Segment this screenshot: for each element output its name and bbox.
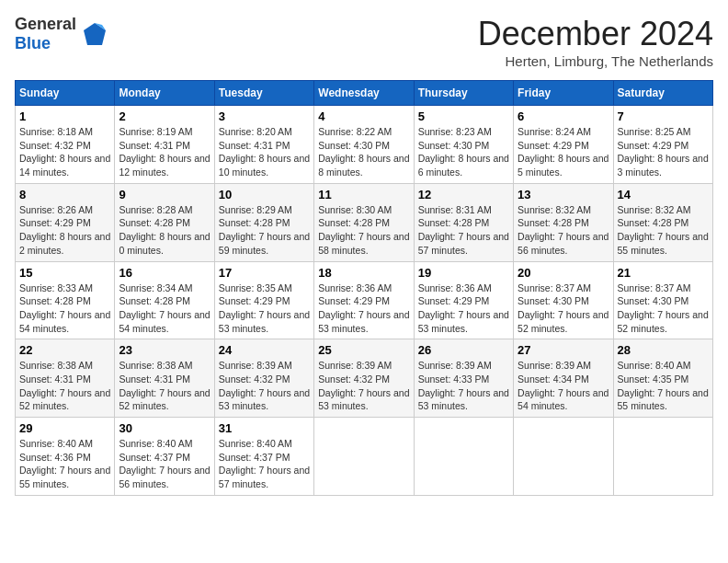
calendar-table: SundayMondayTuesdayWednesdayThursdayFrid… [15, 80, 713, 496]
calendar-cell: 19 Sunrise: 8:36 AM Sunset: 4:29 PM Dayl… [414, 261, 513, 339]
calendar-cell: 30 Sunrise: 8:40 AM Sunset: 4:37 PM Dayl… [115, 418, 214, 496]
day-info: Sunrise: 8:24 AM Sunset: 4:29 PM Dayligh… [518, 125, 609, 179]
day-number: 12 [418, 188, 509, 201]
day-number: 6 [518, 109, 609, 123]
day-number: 4 [318, 109, 409, 123]
calendar-cell: 25 Sunrise: 8:39 AM Sunset: 4:32 PM Dayl… [314, 339, 414, 418]
weekday-header-wednesday: Wednesday [314, 81, 414, 106]
calendar-cell: 17 Sunrise: 8:35 AM Sunset: 4:29 PM Dayl… [214, 261, 313, 339]
day-number: 30 [119, 421, 210, 435]
calendar-week-4: 22 Sunrise: 8:38 AM Sunset: 4:31 PM Dayl… [16, 339, 713, 418]
calendar-cell: 18 Sunrise: 8:36 AM Sunset: 4:29 PM Dayl… [314, 261, 414, 339]
day-number: 24 [219, 343, 310, 357]
calendar-cell [414, 418, 513, 496]
day-info: Sunrise: 8:37 AM Sunset: 4:30 PM Dayligh… [618, 282, 709, 336]
day-info: Sunrise: 8:36 AM Sunset: 4:29 PM Dayligh… [318, 282, 409, 336]
calendar-cell: 22 Sunrise: 8:38 AM Sunset: 4:31 PM Dayl… [16, 339, 115, 418]
day-info: Sunrise: 8:19 AM Sunset: 4:31 PM Dayligh… [119, 125, 210, 179]
logo-general: General [15, 15, 76, 33]
calendar-cell: 29 Sunrise: 8:40 AM Sunset: 4:36 PM Dayl… [16, 418, 115, 496]
day-info: Sunrise: 8:31 AM Sunset: 4:28 PM Dayligh… [418, 203, 509, 258]
day-number: 22 [19, 343, 110, 357]
day-info: Sunrise: 8:38 AM Sunset: 4:31 PM Dayligh… [119, 359, 210, 413]
day-number: 2 [119, 109, 210, 123]
day-number: 8 [19, 188, 110, 201]
calendar-cell: 21 Sunrise: 8:37 AM Sunset: 4:30 PM Dayl… [613, 261, 712, 339]
day-info: Sunrise: 8:20 AM Sunset: 4:31 PM Dayligh… [219, 125, 310, 179]
day-info: Sunrise: 8:33 AM Sunset: 4:28 PM Dayligh… [19, 282, 110, 336]
day-info: Sunrise: 8:34 AM Sunset: 4:28 PM Dayligh… [119, 282, 210, 336]
day-number: 19 [418, 266, 509, 280]
calendar-cell: 15 Sunrise: 8:33 AM Sunset: 4:28 PM Dayl… [16, 261, 115, 339]
calendar-cell: 14 Sunrise: 8:32 AM Sunset: 4:28 PM Dayl… [613, 183, 712, 261]
calendar-cell: 11 Sunrise: 8:30 AM Sunset: 4:28 PM Dayl… [314, 183, 414, 261]
day-info: Sunrise: 8:32 AM Sunset: 4:28 PM Dayligh… [518, 203, 609, 258]
logo-icon [80, 19, 109, 49]
day-number: 9 [119, 188, 210, 201]
day-number: 17 [219, 266, 310, 280]
day-info: Sunrise: 8:36 AM Sunset: 4:29 PM Dayligh… [418, 282, 509, 336]
calendar-cell: 13 Sunrise: 8:32 AM Sunset: 4:28 PM Dayl… [514, 183, 613, 261]
day-info: Sunrise: 8:40 AM Sunset: 4:37 PM Dayligh… [219, 437, 310, 491]
day-number: 16 [119, 266, 210, 280]
day-number: 27 [518, 343, 609, 357]
day-number: 14 [618, 188, 709, 201]
day-info: Sunrise: 8:25 AM Sunset: 4:29 PM Dayligh… [618, 125, 709, 179]
day-info: Sunrise: 8:18 AM Sunset: 4:32 PM Dayligh… [19, 125, 110, 179]
calendar-cell: 7 Sunrise: 8:25 AM Sunset: 4:29 PM Dayli… [613, 106, 712, 184]
calendar-week-3: 15 Sunrise: 8:33 AM Sunset: 4:28 PM Dayl… [16, 261, 713, 339]
weekday-header-row: SundayMondayTuesdayWednesdayThursdayFrid… [16, 81, 713, 106]
day-number: 10 [219, 188, 310, 201]
day-number: 15 [19, 266, 110, 280]
title-block: December 2024 Herten, Limburg, The Nethe… [478, 15, 713, 69]
day-number: 29 [19, 421, 110, 435]
day-info: Sunrise: 8:23 AM Sunset: 4:30 PM Dayligh… [418, 125, 509, 179]
day-info: Sunrise: 8:39 AM Sunset: 4:32 PM Dayligh… [219, 359, 310, 413]
day-number: 31 [219, 421, 310, 435]
day-info: Sunrise: 8:32 AM Sunset: 4:28 PM Dayligh… [618, 203, 709, 258]
day-number: 5 [418, 109, 509, 123]
calendar-cell [314, 418, 414, 496]
weekday-header-tuesday: Tuesday [214, 81, 313, 106]
weekday-header-sunday: Sunday [16, 81, 115, 106]
calendar-cell: 10 Sunrise: 8:29 AM Sunset: 4:28 PM Dayl… [214, 183, 313, 261]
calendar-cell: 31 Sunrise: 8:40 AM Sunset: 4:37 PM Dayl… [214, 418, 313, 496]
day-number: 18 [318, 266, 409, 280]
calendar-cell: 23 Sunrise: 8:38 AM Sunset: 4:31 PM Dayl… [115, 339, 214, 418]
day-info: Sunrise: 8:39 AM Sunset: 4:32 PM Dayligh… [318, 359, 409, 413]
page-header: General Blue December 2024 Herten, Limbu… [15, 15, 713, 69]
weekday-header-monday: Monday [115, 81, 214, 106]
day-number: 25 [318, 343, 409, 357]
day-info: Sunrise: 8:30 AM Sunset: 4:28 PM Dayligh… [318, 203, 409, 258]
weekday-header-saturday: Saturday [613, 81, 712, 106]
calendar-cell: 27 Sunrise: 8:39 AM Sunset: 4:34 PM Dayl… [514, 339, 613, 418]
day-info: Sunrise: 8:22 AM Sunset: 4:30 PM Dayligh… [318, 125, 409, 179]
day-number: 13 [518, 188, 609, 201]
calendar-cell [613, 418, 712, 496]
calendar-cell: 3 Sunrise: 8:20 AM Sunset: 4:31 PM Dayli… [214, 106, 313, 184]
calendar-cell: 8 Sunrise: 8:26 AM Sunset: 4:29 PM Dayli… [16, 183, 115, 261]
day-info: Sunrise: 8:28 AM Sunset: 4:28 PM Dayligh… [119, 203, 210, 258]
calendar-cell: 5 Sunrise: 8:23 AM Sunset: 4:30 PM Dayli… [414, 106, 513, 184]
day-info: Sunrise: 8:26 AM Sunset: 4:29 PM Dayligh… [19, 203, 110, 258]
weekday-header-friday: Friday [514, 81, 613, 106]
day-info: Sunrise: 8:39 AM Sunset: 4:33 PM Dayligh… [418, 359, 509, 413]
calendar-cell: 1 Sunrise: 8:18 AM Sunset: 4:32 PM Dayli… [16, 106, 115, 184]
calendar-week-5: 29 Sunrise: 8:40 AM Sunset: 4:36 PM Dayl… [16, 418, 713, 496]
calendar-cell: 9 Sunrise: 8:28 AM Sunset: 4:28 PM Dayli… [115, 183, 214, 261]
day-info: Sunrise: 8:29 AM Sunset: 4:28 PM Dayligh… [219, 203, 310, 258]
day-number: 7 [618, 109, 709, 123]
day-number: 3 [219, 109, 310, 123]
day-number: 23 [119, 343, 210, 357]
month-year-title: December 2024 [478, 15, 713, 53]
day-info: Sunrise: 8:38 AM Sunset: 4:31 PM Dayligh… [19, 359, 110, 413]
calendar-cell: 16 Sunrise: 8:34 AM Sunset: 4:28 PM Dayl… [115, 261, 214, 339]
calendar-cell: 4 Sunrise: 8:22 AM Sunset: 4:30 PM Dayli… [314, 106, 414, 184]
logo-blue: Blue [15, 34, 51, 52]
day-number: 26 [418, 343, 509, 357]
day-number: 1 [19, 109, 110, 123]
calendar-cell: 26 Sunrise: 8:39 AM Sunset: 4:33 PM Dayl… [414, 339, 513, 418]
day-info: Sunrise: 8:37 AM Sunset: 4:30 PM Dayligh… [518, 282, 609, 336]
location-subtitle: Herten, Limburg, The Netherlands [478, 53, 713, 69]
calendar-cell: 12 Sunrise: 8:31 AM Sunset: 4:28 PM Dayl… [414, 183, 513, 261]
